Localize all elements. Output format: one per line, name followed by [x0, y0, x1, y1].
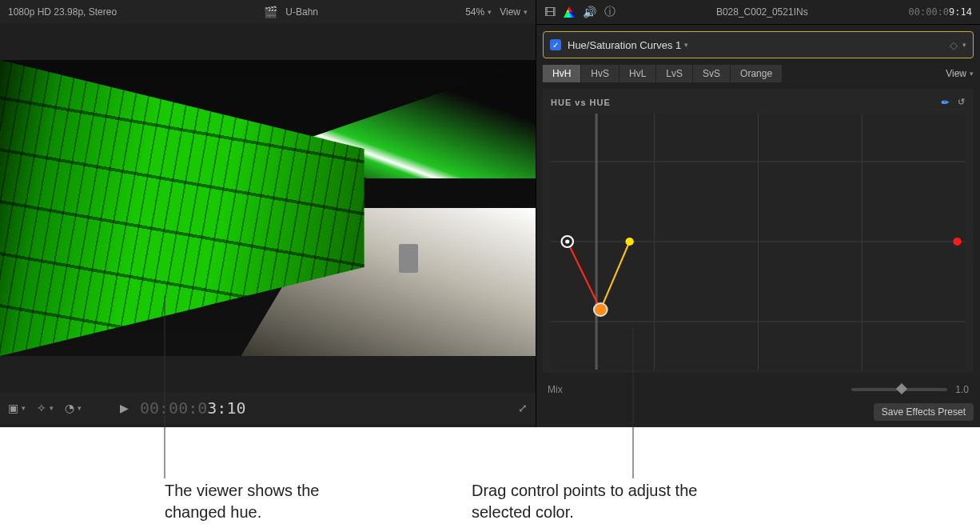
effect-header[interactable]: ✓ Hue/Saturation Curves 1 ▾ ◇ ▾ [543, 31, 974, 58]
crop-tool[interactable]: ▣▾ [8, 402, 26, 414]
curve-point-yellow[interactable] [625, 238, 633, 246]
chevron-down-icon: ▾ [684, 41, 688, 49]
zoom-value: 54% [465, 6, 484, 18]
tab-orange[interactable]: Orange [730, 65, 782, 82]
info-inspector-icon[interactable]: ⓘ [604, 5, 615, 19]
gauge-icon: ◔ [65, 402, 74, 414]
curve-point-selected[interactable] [594, 303, 608, 316]
retime-tool[interactable]: ✧▾ [37, 402, 54, 414]
viewer-pane: 1080p HD 23.98p, Stereo 🎬 U-Bahn 54%▾ Vi… [0, 0, 536, 427]
fullscreen-button[interactable]: ⤢ [518, 402, 528, 414]
chevron-down-icon: ▾ [524, 8, 528, 16]
inspector-tabs: 🎞 🔊 ⓘ B028_C002_0521INs 00:00:09:14 [536, 0, 980, 25]
keyframe-icon[interactable]: ◇ [950, 39, 958, 51]
inspector-timecode: 00:00:09:14 [909, 6, 972, 18]
curve-title: HUE vs HUE [551, 98, 611, 107]
effect-name: Hue/Saturation Curves 1 [568, 39, 681, 51]
tab-hvs[interactable]: HvS [580, 65, 619, 82]
zoom-dropdown[interactable]: 54%▾ [465, 6, 492, 18]
inspector-pane: 🎞 🔊 ⓘ B028_C002_0521INs 00:00:09:14 ✓ Hu… [536, 0, 980, 427]
view-label: View [500, 6, 520, 18]
svg-line-8 [600, 242, 629, 310]
viewer-canvas[interactable] [0, 60, 536, 356]
mix-value[interactable]: 1.0 [955, 384, 969, 395]
crop-icon: ▣ [8, 402, 18, 414]
svg-point-10 [565, 240, 569, 244]
curve-panel: HUE vs HUE ✎ ↺ [543, 89, 974, 373]
eyedropper-icon[interactable]: ✎ [939, 95, 952, 108]
inspector-clip-name: B028_C002_0521INs [623, 6, 901, 18]
color-inspector-icon[interactable] [564, 6, 575, 18]
tab-hvh[interactable]: HvH [543, 65, 580, 82]
mix-row: Mix 1.0 [536, 379, 980, 400]
transport-bar: ▣▾ ✧▾ ◔▾ ▶ 00:00:03:10 ⤢ [0, 392, 536, 424]
mix-slider[interactable] [851, 388, 947, 391]
chevron-down-icon[interactable]: ▾ [962, 41, 966, 49]
inspector-view-dropdown[interactable]: View ▾ [946, 68, 974, 79]
tab-lvs[interactable]: LvS [655, 65, 692, 82]
tab-hvl[interactable]: HvL [619, 65, 655, 82]
reset-icon[interactable]: ↺ [958, 97, 966, 107]
play-button[interactable]: ▶ [120, 402, 129, 414]
chevron-down-icon: ▾ [488, 8, 492, 16]
tab-svs[interactable]: SvS [692, 65, 730, 82]
effect-enable-checkbox[interactable]: ✓ [550, 39, 561, 50]
mix-label: Mix [548, 384, 563, 395]
viewer-topbar: 1080p HD 23.98p, Stereo 🎬 U-Bahn 54%▾ Vi… [0, 0, 536, 24]
audio-inspector-icon[interactable]: 🔊 [583, 6, 596, 18]
clip-name: U-Bahn [285, 6, 318, 18]
speed-tool[interactable]: ◔▾ [65, 402, 82, 414]
preview-image [0, 60, 536, 356]
view-dropdown[interactable]: View▾ [500, 6, 528, 18]
clapper-icon: 🎬 [264, 6, 277, 18]
save-preset-button[interactable]: Save Effects Preset [874, 403, 974, 421]
timecode[interactable]: 00:00:03:10 [140, 398, 245, 418]
enhance-icon: ✧ [37, 402, 46, 414]
video-inspector-icon[interactable]: 🎞 [544, 6, 556, 18]
clip-format: 1080p HD 23.98p, Stereo [8, 6, 117, 18]
app-window: 1080p HD 23.98p, Stereo 🎬 U-Bahn 54%▾ Vi… [0, 0, 980, 427]
curve-point-end[interactable] [953, 238, 961, 246]
curve-tabs: HvH HvS HvL LvS SvS Orange View ▾ [543, 65, 974, 82]
curve-graph[interactable] [551, 114, 966, 370]
